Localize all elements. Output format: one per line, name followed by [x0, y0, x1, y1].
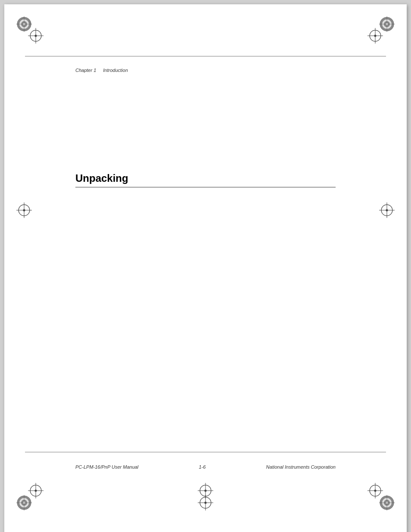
bottom-rule — [25, 452, 386, 452]
chapter-label: Chapter 1 — [75, 68, 96, 73]
section-rule — [75, 187, 336, 187]
reg-mark-top-right-small — [367, 28, 383, 44]
reg-mark-bottom-left-small — [28, 483, 44, 498]
reg-mark-middle-right — [379, 202, 395, 218]
top-rule — [25, 56, 386, 56]
breadcrumb: Chapter 1 Introduction — [75, 68, 128, 73]
footer: PC-LPM-16/PnP User Manual 1-6 National I… — [75, 464, 336, 470]
reg-mark-bottom-right-small — [367, 483, 383, 498]
document-page: Chapter 1 Introduction Unpacking PC-LPM-… — [4, 4, 407, 532]
chapter-title: Introduction — [103, 68, 128, 73]
reg-mark-bottom-center-small — [198, 483, 213, 498]
footer-page-number: 1-6 — [199, 464, 206, 470]
reg-mark-middle-left — [16, 202, 32, 218]
section-heading-text: Unpacking — [75, 172, 336, 184]
reg-mark-top-left-small — [28, 28, 44, 44]
section-heading-container: Unpacking — [75, 172, 336, 187]
footer-company: National Instruments Corporation — [266, 464, 336, 470]
footer-manual-title: PC-LPM-16/PnP User Manual — [75, 464, 138, 470]
